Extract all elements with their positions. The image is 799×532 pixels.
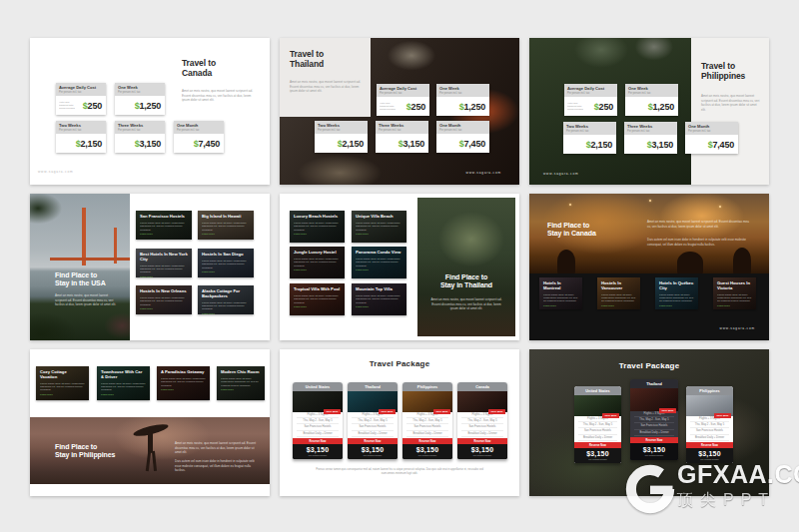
stay-card-link[interactable]: Learn More [601,304,636,307]
slide-travel-thailand[interactable]: Travel to Thailand Amet an meis nostro, … [280,38,519,185]
price-card-price: $250 [406,102,425,112]
price-amount: 7,450 [198,139,220,149]
price-amount: 3,150 [651,140,673,150]
price-card-body: $1,250 [436,97,489,116]
plan-row: Breakfast Daily + Dinner [578,435,617,441]
stay-card-link[interactable]: Learn More [294,233,341,236]
stay-card-alaska[interactable]: Alaska Cottage For Backpackers Lorem ips… [198,285,254,314]
stay-card-san-diego[interactable]: Hostels In San Diego Lorem ipsum dolor s… [198,249,254,277]
plan-card-canada[interactable]: Canada Save $500 Flights + 3 Nights Thu,… [457,382,507,459]
price-card-sublabel: Per person incl. tax [628,92,675,95]
stay-card-vancouver[interactable]: Hostels In Vancouver Lorem ipsum dolor s… [597,277,640,309]
stay-card-link[interactable]: Learn More [202,312,250,314]
plan-card-thailand[interactable]: Thailand Save $500 Flights + 3 Nights Th… [348,382,398,459]
stay-card-link[interactable]: Learn More [202,233,250,236]
stay-card-paradisiac-getaway[interactable]: A Paradisiac Getaway Lorem ipsum dolor s… [157,366,210,400]
price-card-price: $2,150 [338,139,364,149]
stay-card-townhouse[interactable]: Townhouse With Car & Driver Lorem ipsum … [97,366,150,400]
price-card-average-daily-cost: Average Daily Cost Per person incl. tax … [56,83,106,115]
stay-card-title: Best Hotels In New York City [140,253,188,263]
price-card-body: $2,150 [315,134,368,153]
stay-card-title: Townhouse With Car & Driver [101,370,146,380]
slide-stay-canada[interactable]: Find Place to Stay in Canada Amet an mei… [529,194,769,340]
stay-card-title: Panorama Condo View [356,251,402,256]
stay-card-quebec-city[interactable]: Hotels In Québec City Lorem ipsum dolor … [655,277,698,309]
plan-price-sub: per person double [630,454,678,456]
plan-card-united-states[interactable]: United States Save $500 Flights + 3 Nigh… [574,386,621,463]
plan-price-sub: per person double [293,454,343,456]
plan-photo: Save $500 [348,391,398,412]
price-amount: 250 [599,102,613,112]
price-card-label: Three Weeks [627,124,674,129]
slide-travel-package-light[interactable]: Travel Package United States Save $500 F… [280,349,519,496]
price-card-header: One Week Per person incl. tax [436,84,489,97]
stay-card-tropical-villa[interactable]: Tropical Villa With Pool Lorem ipsum dol… [290,283,345,315]
plan-card-philippines[interactable]: Philippines Save $500 Flights + 3 Nights… [402,382,452,459]
plan-price-sub: per person double [457,454,507,456]
stay-card-san-francisco[interactable]: San Francisco Hostels Lorem ipsum dolor … [136,211,192,240]
stay-card-mountain-top[interactable]: Mountain Top Villa Lorem ipsum dolor sit… [352,283,406,315]
price-card-price: $2,150 [586,140,612,150]
stay-card-link[interactable]: Learn More [140,275,188,277]
market-light [649,200,651,202]
plan-card-philippines[interactable]: Philippines Save $500 Flights + 3 Nights… [686,386,733,463]
slide-travel-philippines[interactable]: Travel to Philippines Amet an meis nostr… [529,38,769,185]
plan-name: Canada [457,382,507,391]
template-preview-canvas: Travel to Canada Amet an meis nostro, qu… [0,0,799,532]
stay-card-link[interactable]: Learn More [717,304,752,307]
stay-card-link[interactable]: Learn More [161,388,206,391]
stay-card-link[interactable]: Learn More [202,270,250,273]
price-card-price: $3,150 [399,139,424,149]
stay-card-link[interactable]: Learn More [659,304,694,307]
crowd-silhouette [677,252,703,273]
price-card-note: Hotel and transport with meals included [59,101,75,110]
stay-card-text: Lorem ipsum dolor sit amet, consectetur … [40,382,85,392]
stay-card-text: Lorem ipsum dolor sit amet, consectetur … [659,293,694,303]
slide-stay-thailand[interactable]: Luxury Beach Hostels Lorem ipsum dolor s… [280,194,519,340]
stay-card-modern-chic-room[interactable]: Modern Chic Room Lorem ipsum dolor sit a… [217,366,265,400]
stay-card-montreal[interactable]: Hotels In Montreal Lorem ipsum dolor sit… [539,277,582,309]
stay-card-link[interactable]: Learn More [543,304,578,307]
slide-title-line1: Find Place to [547,222,596,230]
plan-card-thailand-featured[interactable]: Thailand Save $500 Flights + 3 Nights Th… [630,379,678,460]
price-amount: 250 [411,102,425,112]
stay-card-cozy-cottage[interactable]: Cozy Cottage Vacation Lorem ipsum dolor … [36,366,89,400]
stay-card-jungle-luxury[interactable]: Jungle Luxury Hostel Lorem ipsum dolor s… [290,247,345,278]
stay-card-link[interactable]: Learn More [140,233,188,236]
stay-card-link[interactable]: Learn More [356,233,402,236]
stay-card-link[interactable]: Learn More [356,268,402,271]
slide-stay-usa[interactable]: Find Place to Stay in the USA Amet an me… [30,194,270,340]
price-card-one-week: One Week Per person incl. tax $1,250 [436,84,489,116]
stay-card-link[interactable]: Learn More [356,305,402,308]
stay-card-link[interactable]: Learn More [40,393,85,396]
price-amount: 3,150 [139,139,161,149]
stay-card-unique-villa[interactable]: Unique Villa Beach Lorem ipsum dolor sit… [352,211,406,243]
stay-card-link[interactable]: Learn More [294,305,341,308]
stay-card-hawaii[interactable]: Big Island In Hawaii Lorem ipsum dolor s… [198,211,254,240]
slide-title-line1: Find Place to [55,271,106,279]
price-card-sublabel: Per person incl. tax [118,129,162,132]
price-card-sublabel: Per person incl. tax [118,91,162,94]
stay-card-text: Lorem ipsum dolor sit amet, consectetur … [202,260,250,269]
slide-title-line2: Thailand [290,60,324,70]
plan-card-united-states[interactable]: United States Save $500 Flights + 3 Nigh… [293,382,343,459]
stay-card-new-orleans[interactable]: Hostels In New Orleans Lorem ipsum dolor… [136,285,192,314]
stay-card-victoria[interactable]: Guest Houses In Victoria Lorem ipsum dol… [713,277,756,309]
stay-card-panorama-condo[interactable]: Panorama Condo View Lorem ipsum dolor si… [352,247,406,278]
stay-card-new-york[interactable]: Best Hotels In New York City Lorem ipsum… [136,249,192,277]
slide-title-line2: Stay in the USA [55,279,106,287]
stay-card-link[interactable]: Learn More [294,268,341,271]
stay-card-text: Lorem ipsum dolor sit amet, consectetur … [161,377,206,387]
bridge-deck [50,258,130,261]
stay-card-luxury-beach[interactable]: Luxury Beach Hostels Lorem ipsum dolor s… [290,211,345,243]
price-card-body: $2,150 [563,135,616,154]
price-card-body: Hotel and transport with meals included … [564,97,617,116]
stay-card-link[interactable]: Learn More [221,388,261,391]
slide-travel-canada[interactable]: Travel to Canada Amet an meis nostro, qu… [30,38,270,185]
slide-title-line2: Stay in Canada [547,230,596,238]
stay-card-link[interactable]: Learn More [101,393,146,396]
price-card-one-month: One Month Per person incl. tax $7,450 [436,121,489,153]
stay-card-link[interactable]: Learn More [140,307,188,310]
slide-stay-philippines[interactable]: Cozy Cottage Vacation Lorem ipsum dolor … [30,349,270,496]
price-card-header: Two Weeks Per person incl. tax [315,121,368,134]
